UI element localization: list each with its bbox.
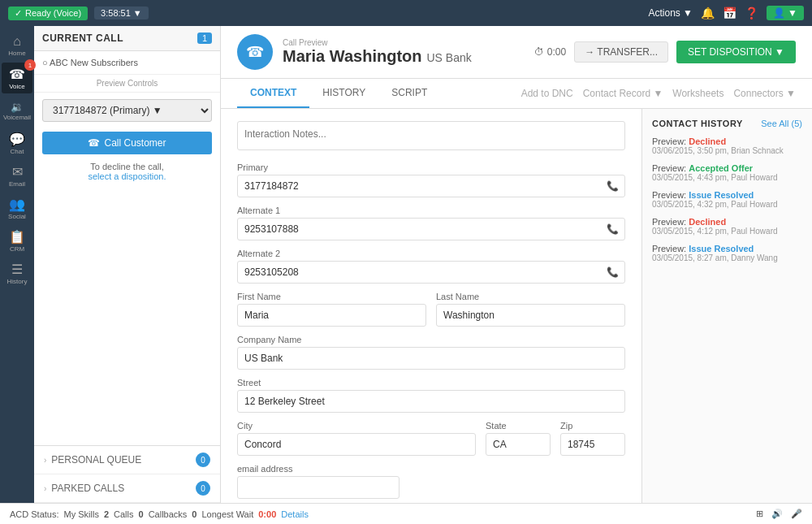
radio-icon: ○: [42, 58, 50, 67]
call-header-right: ⏱ 0:00 → TRANSFER... SET DISPOSITION ▼: [534, 41, 796, 63]
mic-icon[interactable]: 🎤: [791, 509, 802, 519]
phone-icon-alt1: 📞: [607, 223, 619, 235]
status-bar-right: ⊞ 🔊 🎤: [756, 509, 802, 519]
history-title: CONTACT HISTORY: [652, 119, 743, 128]
sidebar-item-voice[interactable]: ☎ Voice 1: [2, 63, 32, 93]
personal-queue-item[interactable]: › PERSONAL QUEUE 0: [34, 446, 220, 474]
bell-icon[interactable]: 🔔: [701, 6, 715, 19]
voice-icon: ☎: [9, 67, 25, 82]
alt2-phone-input-wrapper: 📞: [237, 261, 625, 284]
set-disposition-button[interactable]: SET DISPOSITION ▼: [676, 41, 796, 63]
longest-wait-label: Longest Wait: [201, 509, 253, 519]
personal-queue-chevron-icon: ›: [44, 456, 46, 465]
parked-calls-item[interactable]: › PARKED CALLS 0: [34, 474, 220, 503]
history-icon: ☰: [11, 262, 23, 277]
sidebar-item-home[interactable]: ⌂ Home: [2, 30, 32, 61]
interaction-notes-input[interactable]: [237, 121, 625, 150]
longest-wait-value: 0:00: [258, 509, 276, 519]
city-group: City: [237, 421, 476, 456]
history-item-4: Preview: Issue Resolved 03/05/2015, 8:27…: [652, 244, 802, 262]
parked-calls-count: 0: [196, 481, 210, 496]
ready-check-icon: ✓: [15, 8, 22, 19]
sidebar-item-crm[interactable]: 📋 CRM: [2, 225, 32, 256]
phone-icon: ☎: [246, 43, 264, 61]
email-input[interactable]: [237, 476, 400, 499]
caller-company: US Bank: [426, 51, 471, 64]
call-customer-button[interactable]: ☎ Call Customer: [42, 132, 212, 154]
details-link[interactable]: Details: [281, 509, 309, 519]
user-button[interactable]: 👤 ▼: [767, 6, 804, 20]
alt2-phone-input[interactable]: [237, 261, 625, 284]
worksheets-button[interactable]: Worksheets: [672, 88, 723, 99]
state-group: State: [486, 421, 551, 456]
first-name-input[interactable]: [237, 304, 426, 327]
calendar-icon[interactable]: 📅: [723, 6, 736, 19]
left-panel: CURRENT CALL 1 ○ ABC New Subscribers Pre…: [34, 26, 221, 503]
current-call-header: CURRENT CALL 1: [34, 26, 220, 51]
caller-info: Call Preview Maria Washington US Bank: [283, 38, 472, 66]
add-to-dnc-button[interactable]: Add to DNC: [521, 88, 573, 99]
help-icon[interactable]: ❓: [745, 6, 758, 19]
actions-button[interactable]: Actions ▼: [649, 7, 693, 19]
disposition-link[interactable]: select a disposition.: [89, 171, 166, 181]
history-preview-0: Preview:: [652, 136, 689, 146]
sidebar-item-email[interactable]: ✉ Email: [2, 160, 32, 191]
city-state-zip-row: City State Zip: [237, 421, 625, 464]
phone-select[interactable]: 3177184872 (Primary) ▼: [42, 99, 212, 122]
timer-value: 3:58:51: [101, 8, 131, 18]
current-call-badge: 1: [197, 32, 212, 44]
sidebar-item-history[interactable]: ☰ History: [2, 258, 32, 288]
alt1-phone-input[interactable]: [237, 218, 625, 240]
history-date-3: 03/05/2015, 4:12 pm, Paul Howard: [652, 227, 802, 236]
contact-record-button[interactable]: Contact Record ▼: [583, 88, 663, 99]
primary-phone-input[interactable]: [237, 175, 625, 197]
callbacks-label: Callbacks: [149, 509, 188, 519]
history-status-3: Declined: [689, 217, 726, 227]
phone-call-icon: ☎: [88, 137, 100, 149]
history-item-1: Preview: Accepted Offer 03/05/2015, 4:43…: [652, 163, 802, 182]
history-item-2: Preview: Issue Resolved 03/05/2015, 4:32…: [652, 190, 802, 209]
alt1-phone-label: Alternate 1: [237, 206, 625, 215]
company-input[interactable]: [237, 347, 625, 370]
callbacks-count: 0: [192, 509, 197, 519]
acd-status-label: ACD Status:: [10, 509, 59, 519]
actions-chevron-icon: ▼: [683, 7, 693, 19]
call-header-left: ☎ Call Preview Maria Washington US Bank: [237, 34, 472, 70]
zip-input[interactable]: [560, 433, 625, 456]
alt2-phone-group: Alternate 2 📞: [237, 249, 625, 284]
sidebar-item-social[interactable]: 👥 Social: [2, 193, 32, 223]
transfer-button[interactable]: → TRANSFER...: [574, 41, 668, 63]
history-item-0: Preview: Declined 03/06/2015, 3:50 pm, B…: [652, 136, 802, 155]
street-group: Street: [237, 378, 625, 413]
zip-label: Zip: [560, 421, 625, 431]
first-name-group: First Name: [237, 292, 426, 327]
tab-context[interactable]: CONTEXT: [237, 79, 309, 108]
preview-controls: Preview Controls: [34, 75, 220, 93]
see-all-link[interactable]: See All (5): [761, 119, 802, 128]
chat-icon: 💬: [9, 132, 25, 147]
city-input[interactable]: [237, 433, 476, 456]
sidebar-item-chat[interactable]: 💬 Chat: [2, 128, 32, 158]
home-icon: ⌂: [13, 34, 21, 49]
street-input[interactable]: [237, 390, 625, 413]
alt1-phone-input-wrapper: 📞: [237, 218, 625, 240]
alt2-phone-label: Alternate 2: [237, 249, 625, 258]
history-preview-1: Preview:: [652, 163, 689, 173]
tab-script[interactable]: SCRIPT: [378, 79, 440, 108]
history-item-3: Preview: Declined 03/05/2015, 4:12 pm, P…: [652, 217, 802, 236]
history-date-1: 03/05/2015, 4:43 pm, Paul Howard: [652, 173, 802, 182]
state-label: State: [486, 421, 551, 431]
street-label: Street: [237, 378, 625, 388]
state-input[interactable]: [486, 433, 551, 456]
tabs-right: Add to DNC Contact Record ▼ Worksheets C…: [521, 88, 796, 99]
timer-chevron-icon: ▼: [133, 8, 142, 18]
sidebar-item-voicemail[interactable]: 🔉 Voicemail: [2, 95, 32, 126]
tab-history[interactable]: HISTORY: [309, 79, 378, 108]
grid-view-icon[interactable]: ⊞: [756, 509, 763, 519]
status-bar-left: ACD Status: My Skills 2 Calls 0 Callback…: [10, 509, 309, 519]
ready-badge[interactable]: ✓ Ready (Voice): [8, 6, 88, 20]
connectors-button[interactable]: Connectors ▼: [733, 88, 796, 99]
decline-text: To decline the call, select a dispositio…: [34, 158, 220, 185]
volume-icon[interactable]: 🔊: [771, 509, 783, 519]
last-name-input[interactable]: [436, 304, 625, 327]
